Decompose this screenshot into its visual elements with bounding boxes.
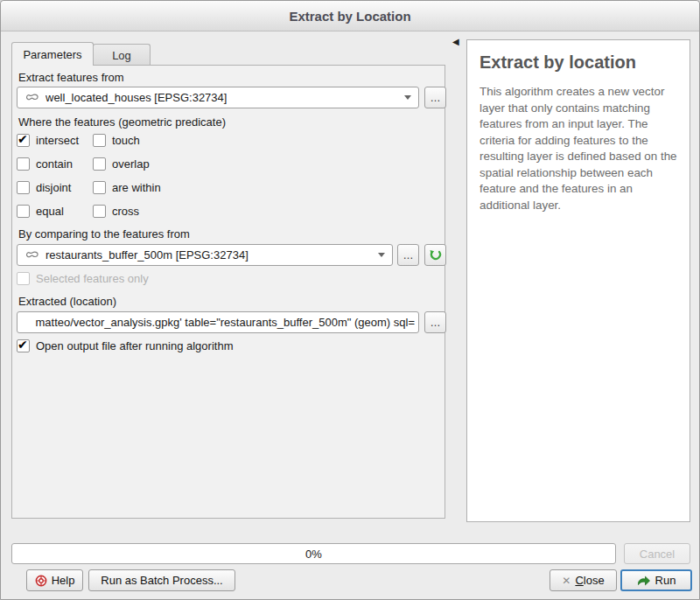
compare-from-browse-button[interactable]: … — [397, 244, 419, 266]
algorithm-help-panel: Extract by location This algorithm creat… — [466, 39, 690, 522]
run-as-batch-button[interactable]: Run as Batch Process... — [88, 569, 235, 591]
checkbox-box[interactable] — [93, 134, 106, 147]
checkbox-label: cross — [112, 205, 139, 218]
checkbox-label: touch — [112, 134, 140, 147]
checkbox-box[interactable] — [93, 205, 106, 218]
help-label: Help — [52, 574, 75, 587]
parameters-pane — [11, 65, 445, 519]
checkbox-label: disjoint — [36, 181, 71, 194]
checkbox-open-output[interactable]: Open output file after running algorithm — [17, 339, 233, 352]
checkbox-intersect[interactable]: intersect — [17, 134, 79, 147]
checkbox-label: intersect — [36, 134, 79, 147]
checkbox-box — [17, 272, 30, 285]
checkbox-are-within[interactable]: are within — [93, 181, 161, 194]
help-button[interactable]: Help — [26, 569, 83, 591]
checkbox-box[interactable] — [93, 181, 106, 194]
dialog-titlebar[interactable]: Extract by Location — [1, 1, 699, 31]
checkbox-label: are within — [112, 181, 161, 194]
extracted-browse-button[interactable]: … — [424, 311, 446, 333]
tab-log[interactable]: Log — [93, 44, 150, 66]
extracted-location-value: matteo/vector_analysis.gpkg' table="rest… — [36, 316, 416, 329]
checkbox-overlap[interactable]: overlap — [93, 157, 150, 171]
compare-from-label: By comparing to the features from — [18, 227, 190, 241]
checkbox-box[interactable] — [17, 157, 30, 171]
help-panel-title: Extract by location — [480, 52, 677, 73]
cancel-button: Cancel — [624, 543, 690, 564]
checkbox-equal[interactable]: equal — [17, 205, 64, 218]
tab-parameters-label: Parameters — [23, 48, 81, 61]
dialog-title: Extract by Location — [289, 9, 410, 24]
checkbox-box[interactable] — [17, 181, 30, 194]
run-label: Run — [655, 574, 676, 587]
checkbox-contain[interactable]: contain — [17, 157, 73, 171]
extracted-label: Extracted (location) — [18, 295, 116, 308]
chevron-down-icon — [378, 253, 385, 257]
run-icon — [637, 574, 651, 588]
close-label: Close — [575, 574, 604, 587]
checkbox-selected-features-only: Selected features only — [17, 272, 149, 285]
tab-parameters[interactable]: Parameters — [11, 42, 94, 66]
checkbox-label: Selected features only — [36, 272, 149, 285]
checkbox-label: contain — [36, 157, 73, 171]
checkbox-label: overlap — [112, 157, 150, 171]
cancel-label: Cancel — [640, 548, 675, 561]
iterate-over-layer-button[interactable] — [424, 244, 446, 266]
checkbox-touch[interactable]: touch — [93, 134, 140, 147]
close-icon: ✕ — [562, 575, 570, 587]
extract-from-browse-button[interactable]: … — [424, 87, 446, 108]
panel-collapse-handle[interactable]: ◀ — [452, 37, 459, 46]
help-panel-description: This algorithm creates a new vector laye… — [480, 84, 677, 213]
compare-from-combobox[interactable]: restaurants_buffer_500m [EPSG:32734] — [17, 244, 393, 266]
extract-from-value: well_located_houses [EPSG:32734] — [46, 91, 227, 104]
predicate-label: Where the features (geometric predicate) — [18, 115, 226, 129]
polygon-layer-icon — [24, 249, 40, 261]
iterate-icon — [429, 248, 442, 262]
extract-from-combobox[interactable]: well_located_houses [EPSG:32734] — [17, 87, 419, 108]
checkbox-label: Open output file after running algorithm — [36, 339, 233, 352]
checkbox-box[interactable] — [93, 157, 106, 171]
checkbox-box[interactable] — [17, 339, 30, 352]
checkbox-label: equal — [36, 205, 64, 218]
close-button[interactable]: ✕ Close — [550, 569, 617, 591]
checkbox-disjoint[interactable]: disjoint — [17, 181, 71, 194]
checkbox-cross[interactable]: cross — [93, 205, 139, 218]
help-icon — [35, 575, 47, 587]
checkbox-box[interactable] — [17, 134, 30, 147]
run-button[interactable]: Run — [620, 569, 692, 591]
extract-from-label: Extract features from — [18, 71, 124, 84]
extracted-location-input[interactable]: matteo/vector_analysis.gpkg' table="rest… — [17, 311, 419, 333]
progress-bar: 0% — [11, 543, 616, 564]
tab-log-label: Log — [112, 49, 131, 62]
compare-from-value: restaurants_buffer_500m [EPSG:32734] — [46, 248, 248, 262]
run-as-batch-label: Run as Batch Process... — [101, 574, 222, 587]
progress-value: 0% — [305, 548, 322, 561]
chevron-down-icon — [404, 95, 411, 100]
extract-by-location-dialog: Extract by Location Parameters Log Extra… — [0, 0, 700, 600]
checkbox-box[interactable] — [17, 205, 30, 218]
polygon-layer-icon — [24, 92, 40, 103]
